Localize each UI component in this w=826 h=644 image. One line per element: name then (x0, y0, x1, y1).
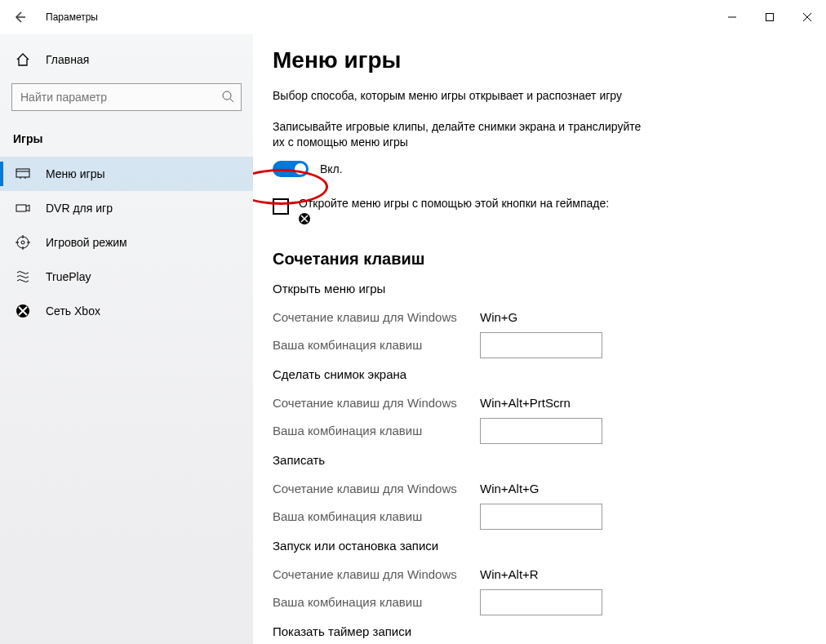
your-shortcut-input[interactable] (480, 418, 602, 444)
shortcut-group-title: Запуск или остановка записи (273, 539, 806, 553)
search-icon (221, 90, 234, 105)
win-shortcut-value: Win+Alt+PrtScrn (480, 396, 571, 410)
shortcut-row: Ваша комбинация клавиш (273, 417, 806, 445)
sidebar-item-home[interactable]: Главная (0, 42, 253, 77)
your-shortcut-label: Ваша комбинация клавиш (273, 424, 480, 437)
back-arrow-icon (13, 11, 26, 24)
win-shortcut-label: Сочетание клавиш для Windows (273, 567, 480, 581)
svg-rect-10 (16, 205, 26, 211)
gamepad-checkbox[interactable] (273, 198, 289, 215)
win-shortcut-label: Сочетание клавиш для Windows (273, 310, 480, 324)
search-input[interactable] (19, 90, 215, 104)
shortcut-group-title: Сделать снимок экрана (273, 367, 806, 381)
shortcut-row: Сочетание клавиш для Windows Win+Alt+R (273, 561, 806, 588)
search-box[interactable] (11, 83, 242, 111)
minimize-button[interactable] (713, 4, 751, 30)
your-shortcut-input[interactable] (480, 504, 602, 530)
win-shortcut-label: Сочетание клавиш для Windows (273, 482, 480, 495)
svg-point-4 (223, 91, 231, 100)
toggle-label: Вкл. (320, 162, 343, 175)
svg-rect-1 (766, 14, 774, 21)
shortcut-row: Ваша комбинация клавиш (273, 331, 806, 359)
sidebar-item-label: TruePlay (46, 270, 91, 283)
your-shortcut-label: Ваша комбинация клавиш (273, 509, 480, 523)
win-shortcut-value: Win+Alt+G (480, 482, 540, 495)
game-bar-icon (15, 166, 31, 182)
svg-point-12 (21, 241, 24, 244)
win-shortcut-value: Win+Alt+R (480, 567, 539, 581)
gamebar-toggle[interactable] (273, 161, 309, 177)
your-shortcut-input[interactable] (480, 332, 602, 358)
shortcut-row: Ваша комбинация клавиш (273, 588, 806, 616)
close-button[interactable] (788, 4, 826, 30)
sidebar: Главная Игры Меню игры DVR для игр Игр (0, 34, 253, 644)
xbox-icon (15, 303, 31, 319)
your-shortcut-input[interactable] (480, 589, 602, 615)
shortcut-row: Ваша комбинация клавиш (273, 503, 806, 531)
shortcuts-heading: Сочетания клавиш (273, 250, 806, 269)
back-button[interactable] (0, 0, 39, 34)
gamepad-checkbox-label: Откройте меню игры с помощью этой кнопки… (299, 197, 609, 210)
window-title: Параметры (39, 11, 98, 23)
sidebar-home-label: Главная (46, 53, 89, 66)
svg-line-5 (230, 99, 233, 102)
sidebar-item-label: Меню игры (46, 167, 105, 180)
sidebar-item-game-mode[interactable]: Игровой режим (0, 225, 253, 260)
shortcut-group-title: Записать (273, 453, 806, 467)
sidebar-item-label: Сеть Xbox (46, 304, 100, 318)
sidebar-item-game-bar[interactable]: Меню игры (0, 157, 253, 191)
gamepad-checkbox-row: Откройте меню игры с помощью этой кнопки… (273, 197, 697, 227)
content-pane: Меню игры Выбор способа, которым меню иг… (253, 34, 826, 644)
game-mode-icon (15, 234, 31, 251)
shortcut-row: Сочетание клавиш для Windows Win+Alt+G (273, 475, 806, 503)
shortcut-group-title: Открыть меню игры (273, 282, 806, 295)
home-icon (15, 51, 31, 68)
your-shortcut-label: Ваша комбинация клавиш (273, 595, 480, 609)
record-description: Записывайте игровые клипы, делайте снимк… (273, 119, 648, 151)
sidebar-section-label: Игры (0, 126, 253, 157)
win-shortcut-label: Сочетание клавиш для Windows (273, 396, 480, 410)
window-controls (713, 4, 826, 30)
maximize-button[interactable] (751, 4, 788, 30)
dvr-icon (15, 200, 31, 216)
titlebar: Параметры (0, 0, 826, 34)
page-title: Меню игры (273, 47, 806, 73)
shortcut-group-title: Показать таймер записи (273, 624, 806, 638)
your-shortcut-label: Ваша комбинация клавиш (273, 338, 480, 352)
xbox-button-icon (299, 213, 310, 227)
shortcut-row: Сочетание клавиш для Windows Win+G (273, 304, 806, 331)
page-subtitle: Выбор способа, которым меню игры открыва… (273, 88, 648, 104)
svg-point-11 (17, 237, 29, 248)
svg-rect-6 (16, 169, 29, 177)
win-shortcut-value: Win+G (480, 310, 517, 324)
trueplay-icon (15, 269, 31, 285)
sidebar-item-trueplay[interactable]: TruePlay (0, 260, 253, 294)
sidebar-item-dvr[interactable]: DVR для игр (0, 191, 253, 225)
sidebar-item-xbox-network[interactable]: Сеть Xbox (0, 294, 253, 328)
gamebar-toggle-row: Вкл. (273, 161, 806, 177)
sidebar-item-label: DVR для игр (46, 202, 113, 215)
shortcut-row: Сочетание клавиш для Windows Win+Alt+Prt… (273, 389, 806, 417)
sidebar-item-label: Игровой режим (46, 236, 127, 249)
